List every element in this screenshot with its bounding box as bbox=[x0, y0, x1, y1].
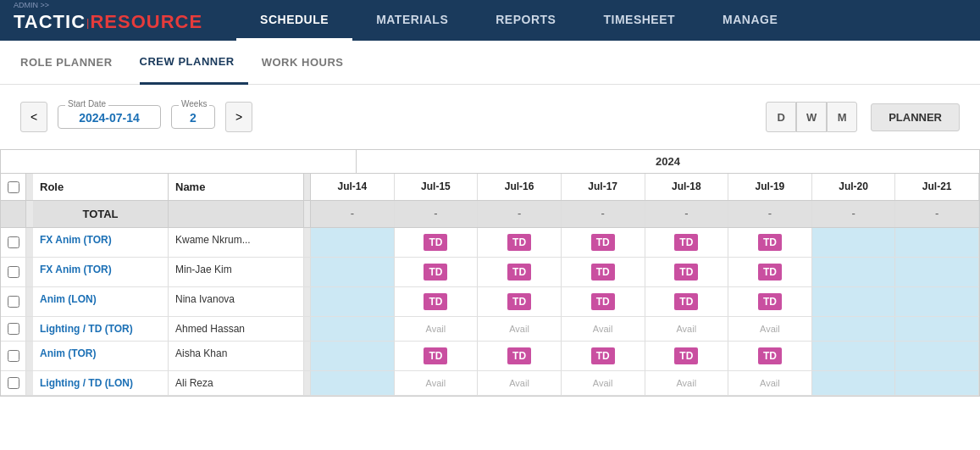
cell-role: FX Anim (TOR) bbox=[33, 228, 169, 257]
row-4-cell-3[interactable]: TD bbox=[562, 342, 645, 370]
row-4-cell-4[interactable]: TD bbox=[645, 342, 729, 370]
row-0-cell-1[interactable]: TD bbox=[395, 228, 479, 257]
top-navigation: ADMIN >> TACTIC | RESOURCE SCHEDULE MATE… bbox=[0, 0, 980, 41]
subnav-role-planner[interactable]: ROLE PLANNER bbox=[20, 41, 126, 85]
toolbar: < Start Date 2024-07-14 Weeks 2 > D W M … bbox=[0, 85, 980, 149]
nav-manage[interactable]: MANAGE bbox=[699, 1, 801, 41]
total-row: TOTAL - - - - - - - - bbox=[1, 201, 979, 228]
row-4-cell-0[interactable] bbox=[311, 342, 395, 370]
header-check[interactable] bbox=[1, 174, 26, 200]
row-5-cell-3[interactable]: Avail bbox=[562, 371, 645, 395]
year-label: 2024 bbox=[357, 150, 979, 173]
row-3-cell-4[interactable]: Avail bbox=[645, 317, 729, 341]
row-2-cell-2[interactable]: TD bbox=[478, 287, 562, 316]
header-handle bbox=[26, 174, 33, 200]
row-4-cell-7[interactable] bbox=[895, 342, 979, 370]
row-5-cell-0[interactable] bbox=[311, 371, 395, 395]
subnav-crew-planner[interactable]: CREW PLANNER bbox=[140, 41, 248, 85]
row-0-checkbox[interactable] bbox=[8, 236, 19, 248]
header-jul14: Jul-14 bbox=[311, 174, 395, 200]
row-5-cell-5[interactable]: Avail bbox=[728, 371, 812, 395]
row-5-checkbox[interactable] bbox=[8, 377, 19, 389]
row-5-cell-7[interactable] bbox=[895, 371, 979, 395]
row-3-cell-7[interactable] bbox=[895, 317, 979, 341]
row-0-cell-3[interactable]: TD bbox=[562, 228, 645, 257]
header-jul16: Jul-16 bbox=[478, 174, 562, 200]
total-1: - bbox=[395, 201, 479, 227]
row-2-cell-4[interactable]: TD bbox=[645, 287, 729, 316]
row-3-cell-5[interactable]: Avail bbox=[728, 317, 812, 341]
row-3-checkbox[interactable] bbox=[8, 323, 19, 335]
view-month-button[interactable]: M bbox=[827, 102, 857, 132]
subnav-work-hours[interactable]: WORK HOURS bbox=[262, 41, 357, 85]
header-jul20: Jul-20 bbox=[812, 174, 896, 200]
row-2-cell-1[interactable]: TD bbox=[395, 287, 479, 316]
row-3-cell-3[interactable]: Avail bbox=[562, 317, 645, 341]
row-2-cell-6[interactable] bbox=[812, 287, 896, 316]
row-2-cell-3[interactable]: TD bbox=[562, 287, 645, 316]
row-1-cell-3[interactable]: TD bbox=[562, 258, 645, 286]
view-buttons: D W M bbox=[766, 102, 857, 132]
row-4-cell-1[interactable]: TD bbox=[395, 342, 479, 370]
nav-materials[interactable]: MATERIALS bbox=[352, 1, 472, 41]
row-0-cell-7[interactable] bbox=[895, 228, 979, 257]
row-1-cell-2[interactable]: TD bbox=[478, 258, 562, 286]
logo-wrapper: ADMIN >> TACTIC | RESOURCE bbox=[14, 8, 236, 33]
row-0-cell-5[interactable]: TD bbox=[728, 228, 812, 257]
row-5-cell-4[interactable]: Avail bbox=[645, 371, 729, 395]
nav-reports[interactable]: REPORTS bbox=[472, 1, 579, 41]
cell-name: Nina Ivanova bbox=[169, 287, 304, 316]
row-1-cell-0[interactable] bbox=[311, 258, 395, 286]
row-0-cell-2[interactable]: TD bbox=[478, 228, 562, 257]
row-2-cell-5[interactable]: TD bbox=[728, 287, 812, 316]
cell-name: Aisha Khan bbox=[169, 342, 304, 370]
row-1-cell-1[interactable]: TD bbox=[395, 258, 479, 286]
row-4-cell-5[interactable]: TD bbox=[728, 342, 812, 370]
row-5-cell-2[interactable]: Avail bbox=[478, 371, 562, 395]
weeks-value[interactable]: 2 bbox=[180, 109, 206, 125]
row-4-cell-6[interactable] bbox=[812, 342, 896, 370]
nav-timesheet[interactable]: TIMESHEET bbox=[579, 1, 699, 41]
row-5-cell-6[interactable] bbox=[812, 371, 896, 395]
header-jul17: Jul-17 bbox=[562, 174, 645, 200]
row-2-cell-0[interactable] bbox=[311, 287, 395, 316]
cell-role: Anim (TOR) bbox=[33, 342, 169, 370]
row-3-cell-0[interactable] bbox=[311, 317, 395, 341]
row-1-checkbox[interactable] bbox=[8, 266, 19, 278]
row-4-checkbox[interactable] bbox=[8, 350, 19, 362]
row-5-cell-1[interactable]: Avail bbox=[395, 371, 479, 395]
header-jul15: Jul-15 bbox=[395, 174, 479, 200]
row-1-cell-5[interactable]: TD bbox=[728, 258, 812, 286]
start-date-value[interactable]: 2024-07-14 bbox=[67, 109, 152, 125]
start-date-label: Start Date bbox=[65, 99, 108, 108]
view-week-button[interactable]: W bbox=[796, 102, 827, 132]
planner-button[interactable]: PLANNER bbox=[871, 103, 960, 131]
row-1-cell-7[interactable] bbox=[895, 258, 979, 286]
row-0-cell-6[interactable] bbox=[812, 228, 896, 257]
total-0: - bbox=[311, 201, 395, 227]
row-4-cell-2[interactable]: TD bbox=[478, 342, 562, 370]
table-row: Anim (TOR)Aisha KhanTDTDTDTDTD bbox=[1, 342, 979, 371]
view-day-button[interactable]: D bbox=[766, 102, 796, 132]
logo-pipe: | bbox=[86, 16, 89, 29]
row-1-cell-6[interactable] bbox=[812, 258, 896, 286]
cell-name: Ahmed Hassan bbox=[169, 317, 304, 341]
select-all-checkbox[interactable] bbox=[8, 181, 19, 193]
row-1-cell-4[interactable]: TD bbox=[645, 258, 729, 286]
row-0-cell-4[interactable]: TD bbox=[645, 228, 729, 257]
row-3-cell-6[interactable] bbox=[812, 317, 896, 341]
table-row: Anim (LON)Nina IvanovaTDTDTDTDTD bbox=[1, 287, 979, 317]
cell-name: Ali Reza bbox=[169, 371, 304, 395]
row-2-checkbox[interactable] bbox=[8, 296, 19, 308]
row-3-cell-2[interactable]: Avail bbox=[478, 317, 562, 341]
row-0-cell-0[interactable] bbox=[311, 228, 395, 257]
data-rows: FX Anim (TOR)Kwame Nkrum...TDTDTDTDTDFX … bbox=[1, 228, 979, 396]
nav-schedule[interactable]: SCHEDULE bbox=[236, 1, 352, 41]
row-2-cell-7[interactable] bbox=[895, 287, 979, 316]
total-4: - bbox=[645, 201, 729, 227]
row-3-cell-1[interactable]: Avail bbox=[395, 317, 479, 341]
next-button[interactable]: > bbox=[225, 102, 252, 132]
table-row: FX Anim (TOR)Kwame Nkrum...TDTDTDTDTD bbox=[1, 228, 979, 258]
cell-name: Min-Jae Kim bbox=[169, 258, 304, 286]
prev-button[interactable]: < bbox=[20, 102, 47, 132]
